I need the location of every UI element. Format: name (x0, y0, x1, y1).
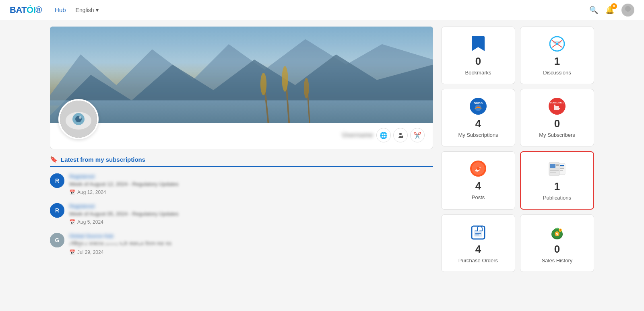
profile-actions: 🌐 ✂️ (376, 128, 425, 142)
my-subscriptions-label: My Subscriptions (458, 132, 498, 138)
feed-item-date: 📅 Aug 5, 2024 (69, 219, 433, 225)
posts-label: Posts (472, 194, 485, 200)
logo[interactable]: BATÓI® (10, 5, 42, 15)
language-selector[interactable]: English ▾ (76, 7, 99, 13)
stat-card-sales-history[interactable]: $ $ 0 Sales History (520, 214, 594, 272)
svg-rect-38 (550, 164, 555, 168)
feed-item-avatar: G (50, 233, 64, 247)
user-avatar[interactable] (621, 4, 634, 16)
svg-rect-47 (560, 168, 564, 169)
notification-bell[interactable]: 🔔 0 (605, 6, 614, 14)
svg-rect-46 (560, 167, 564, 167)
feed-title-text: Latest from my subscriptions (61, 156, 145, 163)
feed-item-content: Registered Week of August 05, 2024 - Reg… (69, 203, 433, 225)
svg-text:G: G (55, 237, 60, 243)
svg-rect-5 (50, 100, 433, 123)
notification-badge: 0 (611, 3, 617, 9)
profile-section: Username 🌐 ✂️ 🔖 Latest from my subscript… (50, 27, 433, 272)
svg-point-36 (477, 167, 480, 170)
nav-hub[interactable]: Hub (55, 6, 66, 13)
logo-bat: BAT (10, 5, 27, 15)
my-subscriptions-count: 4 (475, 118, 481, 129)
follow-action-button[interactable] (393, 128, 408, 142)
svg-rect-41 (550, 169, 559, 169)
svg-point-9 (282, 66, 288, 91)
feed-item-author[interactable]: Global Source Hub (69, 233, 433, 239)
calendar-icon: 📅 (69, 219, 75, 225)
header-actions: 🔍 🔔 0 (589, 4, 634, 16)
svg-point-16 (79, 116, 81, 119)
stat-card-my-subscriptions[interactable]: SUBS 4 My Subscriptions (441, 89, 515, 146)
sales-history-icon: $ $ (548, 223, 566, 241)
feed-item-date-text: Jul 29, 2024 (77, 249, 103, 255)
bookmark-icon (470, 35, 486, 53)
logo-dot: ® (35, 5, 42, 15)
svg-text:R: R (55, 207, 59, 214)
main-content: Username 🌐 ✂️ 🔖 Latest from my subscript… (40, 20, 604, 278)
svg-rect-42 (550, 170, 559, 171)
posts-icon (469, 160, 487, 177)
subscribers-icon: SUBSCRIBE (548, 97, 566, 115)
sales-history-label: Sales History (542, 257, 573, 264)
discussions-count: 1 (554, 56, 560, 66)
feed-item-author[interactable]: Registered (69, 203, 433, 209)
purchase-orders-icon (470, 223, 486, 241)
bookmarks-count: 0 (475, 56, 481, 66)
svg-text:R: R (55, 177, 59, 184)
stats-grid: 0 Bookmarks 1 Discussions (441, 27, 594, 272)
feed-section: 🔖 Latest from my subscriptions R Registe… (50, 156, 433, 255)
svg-rect-40 (556, 165, 559, 166)
profile-name-row: Username 🌐 ✂️ (58, 123, 425, 142)
language-label: English (76, 7, 94, 13)
calendar-icon: 📅 (69, 189, 75, 195)
svg-text:$: $ (559, 229, 561, 232)
stat-card-purchase-orders[interactable]: 4 Purchase Orders (441, 214, 515, 272)
subscriptions-icon: SUBS (469, 97, 487, 115)
purchase-orders-count: 4 (475, 244, 481, 254)
stat-card-bookmarks[interactable]: 0 Bookmarks (441, 27, 515, 84)
my-subscribers-count: 0 (554, 118, 560, 129)
feed-item-title[interactable]: Week of August 05, 2024 - Regulatory Upd… (69, 211, 433, 217)
stat-card-my-subscribers[interactable]: SUBSCRIBE 0 My Subscribers (520, 89, 594, 146)
bookmark-feed-icon: 🔖 (50, 156, 58, 163)
svg-text:$: $ (556, 232, 558, 236)
feed-item-date-text: Aug 5, 2024 (77, 219, 103, 225)
svg-point-11 (304, 78, 309, 99)
stat-card-publications[interactable]: 1 Publications (520, 151, 594, 210)
search-icon[interactable]: 🔍 (589, 6, 598, 14)
discussions-label: Discussions (543, 70, 571, 76)
my-subscribers-label: My Subscribers (539, 132, 575, 138)
feed-item-avatar: R (50, 203, 64, 218)
publications-count: 1 (554, 181, 560, 192)
svg-point-26 (556, 43, 558, 45)
svg-point-1 (623, 12, 632, 16)
stat-card-discussions[interactable]: 1 Discussions (520, 27, 594, 84)
svg-rect-48 (560, 170, 563, 171)
feed-item-date-text: Aug 12, 2024 (77, 189, 106, 195)
sales-history-count: 0 (554, 244, 560, 254)
chevron-down-icon: ▾ (96, 7, 99, 13)
svg-rect-39 (556, 164, 559, 165)
profile-bottom: Username 🌐 ✂️ (50, 123, 433, 149)
svg-text:SUBS: SUBS (474, 101, 483, 105)
feed-item-content: Registered Week of August 12, 2024 - Reg… (69, 173, 433, 195)
posts-count: 4 (475, 181, 481, 191)
feed-item-author[interactable]: Registered (69, 173, 433, 179)
feed-item-content: Global Source Hub গৌরীপুরে ৫ ডাকাতের ১০০… (69, 233, 433, 255)
svg-rect-43 (550, 172, 556, 173)
logo-oi: ÓI (27, 5, 35, 15)
bookmarks-label: Bookmarks (465, 70, 491, 76)
svg-point-0 (625, 6, 631, 12)
stat-card-posts[interactable]: 4 Posts (441, 151, 515, 210)
tools-action-button[interactable]: ✂️ (410, 128, 425, 142)
profile-username: Username (342, 132, 373, 139)
cover-photo (50, 27, 433, 123)
svg-rect-45 (560, 165, 564, 166)
svg-point-7 (260, 73, 266, 95)
globe-action-button[interactable]: 🌐 (376, 128, 391, 142)
feed-item-title[interactable]: Week of August 12, 2024 - Regulatory Upd… (69, 181, 433, 187)
discussions-icon (549, 35, 566, 53)
feed-item: R Registered Week of August 12, 2024 - R… (50, 173, 433, 195)
feed-item-date: 📅 Jul 29, 2024 (69, 249, 433, 255)
feed-item-title[interactable]: গৌরীপুরে ৫ ডাকাতের ১০০০১ ঘণ্টা কারাদণ্ড … (69, 241, 433, 247)
